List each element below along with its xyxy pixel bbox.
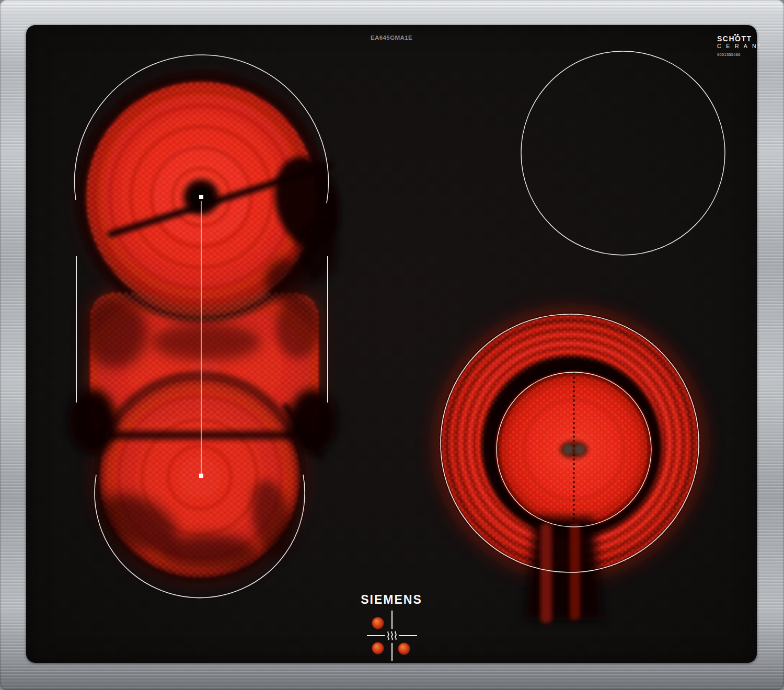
ceran-wordmark: C E R A N® xyxy=(717,43,760,49)
cooktop-graphics xyxy=(26,25,757,663)
heat-waves-icon xyxy=(388,631,396,640)
zone-center-marker xyxy=(199,474,203,478)
cooking-zone-front-right xyxy=(436,309,704,623)
cooking-zone-rear-right xyxy=(521,51,725,255)
residual-heat-dot xyxy=(372,617,384,629)
model-number-label: EA645GMA1E xyxy=(26,34,757,41)
schott-logo-wordmark: SCHOTT xyxy=(717,35,760,43)
residual-heat-dot xyxy=(372,642,384,654)
glass-code: 9001355486 xyxy=(717,53,760,57)
residual-heat-dot xyxy=(398,643,410,655)
registered-trademark-symbol: ® xyxy=(758,43,760,47)
product-photo-siemens-hob: EA645GMA1E SCHOTT C E R A N® 9001355486 … xyxy=(0,0,784,690)
glass-ceramic-surface: EA645GMA1E SCHOTT C E R A N® 9001355486 … xyxy=(26,25,757,663)
zone-center-marker xyxy=(199,195,203,199)
residual-heat-indicator xyxy=(367,611,417,661)
schott-ceran-logo: SCHOTT C E R A N® 9001355486 xyxy=(717,35,760,57)
cooking-zone-front-left xyxy=(68,55,350,598)
zone-outline xyxy=(521,51,725,255)
siemens-logo: SIEMENS xyxy=(26,593,757,607)
